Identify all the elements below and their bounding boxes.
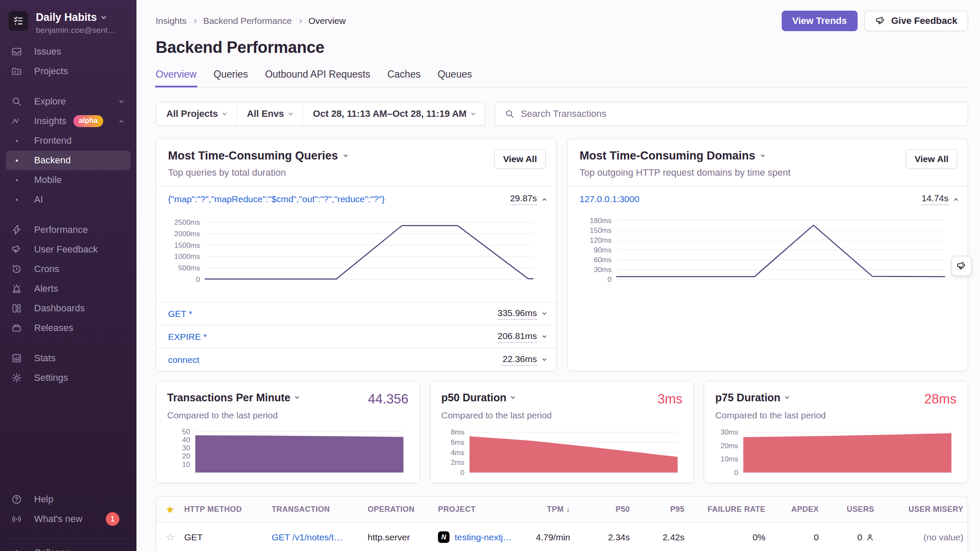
sidebar-item-mobile[interactable]: Mobile bbox=[6, 170, 130, 190]
domain-link[interactable]: 127.0.0.1:3000 bbox=[580, 194, 639, 204]
col-tpm[interactable]: TPM ↓ bbox=[525, 505, 574, 514]
sidebar-footer: Help What's new 1 Collapse bbox=[0, 490, 136, 551]
page-title: Backend Performance bbox=[156, 38, 968, 57]
chevron-up-icon[interactable] bbox=[542, 198, 547, 202]
svg-text:10: 10 bbox=[182, 461, 190, 469]
sidebar-item-ai[interactable]: AI bbox=[6, 190, 130, 209]
svg-text:1500ms: 1500ms bbox=[174, 241, 200, 249]
sidebar-item-alerts[interactable]: Alerts bbox=[6, 279, 130, 299]
p50-title[interactable]: p50 Duration bbox=[441, 392, 515, 404]
project-link[interactable]: testing-nextj… bbox=[455, 532, 512, 542]
tab-queries[interactable]: Queries bbox=[214, 69, 248, 87]
col-operation[interactable]: OPERATION bbox=[368, 505, 438, 514]
sidebar-item-help[interactable]: Help bbox=[6, 490, 130, 509]
chevron-down-icon bbox=[295, 395, 299, 399]
sidebar-item-dashboards[interactable]: Dashboards bbox=[6, 299, 130, 318]
chevron-up-icon[interactable] bbox=[954, 198, 958, 202]
p75-title[interactable]: p75 Duration bbox=[715, 392, 789, 404]
p50-duration-card: p50 Duration 3ms Compared to the last pe… bbox=[430, 381, 694, 483]
sidebar-item-explore[interactable]: Explore bbox=[6, 92, 130, 111]
project-filter[interactable]: All Projects bbox=[156, 102, 237, 125]
sidebar-nav: Issues Projects Explore Insights alpha F… bbox=[0, 42, 136, 388]
gear-icon bbox=[9, 372, 24, 383]
col-apdex[interactable]: APDEX bbox=[770, 505, 823, 514]
svg-text:30: 30 bbox=[182, 444, 190, 452]
chevron-down-icon[interactable] bbox=[542, 334, 547, 338]
query-link[interactable]: {"map":"?","mapReduce":"$cmd","out":"?",… bbox=[168, 194, 385, 204]
breadcrumb-insights[interactable]: Insights bbox=[156, 16, 186, 26]
give-feedback-button[interactable]: Give Feedback bbox=[864, 11, 968, 31]
bullet-icon bbox=[9, 179, 24, 181]
svg-text:8ms: 8ms bbox=[451, 428, 464, 436]
projects-icon bbox=[9, 66, 24, 77]
query-link[interactable]: connect bbox=[168, 355, 200, 365]
col-failure-rate[interactable]: FAILURE RATE bbox=[689, 505, 770, 514]
tpm-title[interactable]: Transactions Per Minute bbox=[167, 392, 299, 404]
tab-caches[interactable]: Caches bbox=[387, 69, 420, 87]
chevron-down-icon bbox=[511, 395, 515, 399]
sidebar-item-insights[interactable]: Insights alpha bbox=[6, 111, 130, 131]
sidebar-item-stats[interactable]: Stats bbox=[6, 348, 130, 368]
col-transaction[interactable]: TRANSACTION bbox=[272, 505, 368, 514]
tab-overview[interactable]: Overview bbox=[156, 69, 197, 87]
sidebar-item-frontend[interactable]: Frontend bbox=[6, 131, 130, 151]
org-switcher[interactable]: Daily Habits benjamin.coe@sent… bbox=[0, 0, 136, 35]
svg-text:20: 20 bbox=[182, 452, 190, 460]
svg-text:6ms: 6ms bbox=[451, 438, 464, 447]
view-trends-button[interactable]: View Trends bbox=[782, 11, 858, 31]
whats-new-badge: 1 bbox=[106, 512, 119, 526]
date-range-filter[interactable]: Oct 28, 11:13 AM–Oct 28, 11:19 AM bbox=[303, 102, 485, 125]
table-row: ☆ GET GET /v1/notes/t… http.server N tes… bbox=[156, 523, 968, 551]
chevron-down-icon bbox=[288, 111, 293, 115]
breadcrumb-backend-performance[interactable]: Backend Performance bbox=[203, 16, 292, 26]
col-p50[interactable]: P50 bbox=[574, 505, 634, 514]
sidebar-item-settings[interactable]: Settings bbox=[6, 368, 130, 388]
tab-bar: Overview Queries Outbound API Requests C… bbox=[156, 69, 968, 87]
bullet-icon bbox=[9, 140, 24, 142]
svg-text:2ms: 2ms bbox=[451, 458, 464, 467]
svg-text:0: 0 bbox=[608, 276, 612, 284]
col-users[interactable]: USERS bbox=[823, 505, 879, 514]
col-http-method[interactable]: HTTP METHOD bbox=[184, 505, 272, 514]
app: Daily Habits benjamin.coe@sent… Issues P… bbox=[0, 0, 980, 551]
chevron-down-icon bbox=[471, 111, 476, 115]
svg-text:1000ms: 1000ms bbox=[174, 252, 200, 261]
sidebar-collapse-button[interactable]: Collapse bbox=[6, 538, 130, 551]
tab-queues[interactable]: Queues bbox=[438, 69, 472, 87]
sidebar-item-projects[interactable]: Projects bbox=[6, 61, 130, 81]
siren-icon bbox=[9, 283, 24, 294]
tab-outbound-api-requests[interactable]: Outbound API Requests bbox=[265, 69, 370, 87]
sidebar-item-releases[interactable]: Releases bbox=[6, 318, 130, 338]
query-link[interactable]: GET * bbox=[168, 309, 192, 319]
sidebar-item-crons[interactable]: Crons bbox=[6, 259, 130, 279]
star-icon[interactable]: ★ bbox=[156, 504, 184, 516]
col-p95[interactable]: P95 bbox=[634, 505, 689, 514]
queries-panel-title[interactable]: Most Time-Consuming Queries bbox=[168, 149, 347, 162]
transaction-link[interactable]: GET /v1/notes/t… bbox=[272, 532, 343, 542]
domains-panel-title[interactable]: Most Time-Consuming Domains bbox=[580, 149, 791, 162]
domains-view-all-button[interactable]: View All bbox=[906, 149, 957, 169]
sidebar-item-issues[interactable]: Issues bbox=[6, 42, 130, 61]
p50-cell: 2.34s bbox=[574, 532, 634, 542]
floating-feedback-button[interactable] bbox=[951, 256, 971, 276]
environment-filter[interactable]: All Envs bbox=[237, 102, 303, 125]
query-link[interactable]: EXPIRE * bbox=[168, 332, 207, 342]
svg-text:0: 0 bbox=[196, 276, 200, 284]
most-time-consuming-queries-panel: Most Time-Consuming Queries Top queries … bbox=[156, 139, 557, 371]
queries-view-all-button[interactable]: View All bbox=[494, 149, 546, 169]
sidebar-item-whats-new[interactable]: What's new 1 bbox=[6, 509, 130, 529]
sidebar-item-performance[interactable]: Performance bbox=[6, 220, 130, 240]
bar-chart-icon bbox=[9, 353, 24, 364]
col-project[interactable]: PROJECT bbox=[438, 505, 525, 514]
svg-text:40: 40 bbox=[182, 436, 190, 444]
sidebar-item-backend[interactable]: Backend bbox=[6, 151, 130, 170]
chevron-down-icon[interactable] bbox=[542, 311, 547, 315]
failure-rate-cell: 0% bbox=[689, 532, 770, 542]
col-user-misery[interactable]: USER MISERY bbox=[879, 505, 968, 514]
page-filter-bar: All Projects All Envs Oct 28, 11:13 AM–O… bbox=[156, 102, 485, 126]
org-name: Daily Habits bbox=[36, 11, 97, 23]
sidebar-item-user-feedback[interactable]: User Feedback bbox=[6, 240, 130, 259]
chevron-down-icon[interactable] bbox=[542, 357, 547, 361]
star-icon[interactable]: ☆ bbox=[156, 531, 184, 543]
search-transactions-input[interactable] bbox=[521, 108, 958, 119]
